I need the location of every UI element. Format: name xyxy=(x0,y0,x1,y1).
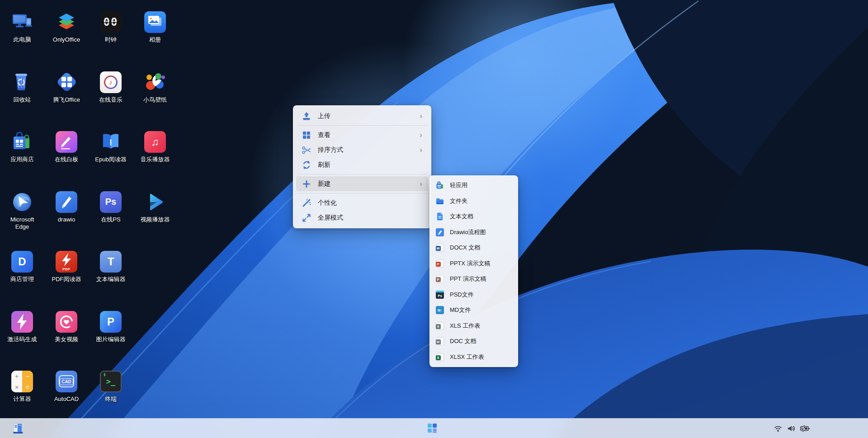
submenu-item-text-doc[interactable]: 文本文档 xyxy=(433,209,515,225)
desktop-icon-microsoft-edge[interactable]: Microsoft Edge xyxy=(0,187,44,247)
desktop-icon-app-store[interactable]: 应用商店 xyxy=(0,127,44,187)
online-ps-icon: Ps xyxy=(100,191,122,213)
calc-minus-glyph: − xyxy=(22,371,33,381)
submenu-item-xlsx[interactable]: X XLSX 工作表 xyxy=(433,349,515,365)
desktop-icon-label: 终端 xyxy=(105,396,117,403)
desktop-icon-video-player[interactable]: 视频播放器 xyxy=(133,187,177,247)
desktop-icon-beauty-video[interactable]: 美女视频 xyxy=(44,307,89,367)
submenu-item-light-app[interactable]: 轻应用 xyxy=(433,178,515,193)
desktop-icon-terminal[interactable]: $ >_ 终端 xyxy=(89,367,133,427)
menu-separator xyxy=(297,193,427,193)
activation-code-icon xyxy=(11,311,33,333)
terminal-dollar-glyph: $ xyxy=(104,373,106,377)
menu-item-label: 新建 xyxy=(318,180,420,188)
photos-icon xyxy=(144,11,166,33)
menu-item-label: 查看 xyxy=(318,131,420,139)
desktop-icon-label: OnlyOffice xyxy=(53,36,80,43)
desktop-icon-clock[interactable]: 00 时钟 xyxy=(89,7,133,67)
desktop-icon-tengfei-office[interactable]: 腾飞Office xyxy=(44,67,89,127)
chevron-right-icon: › xyxy=(420,180,422,188)
calculator-icon: + − × = xyxy=(11,371,33,392)
desktop-icon-label: 应用商店 xyxy=(10,156,34,163)
music-note-glyph: ♪ xyxy=(100,78,122,86)
menu-separator xyxy=(297,174,427,174)
desktop-icon-text-editor[interactable]: T 文本编辑器 xyxy=(89,247,133,307)
md-file-icon: M↓ xyxy=(435,306,444,315)
desktop-icon-label: 在线音乐 xyxy=(99,96,123,104)
menu-item-upload[interactable]: 上传 › xyxy=(296,108,428,123)
view-grid-icon xyxy=(302,130,311,140)
desktop-icon-label: 时钟 xyxy=(105,36,117,43)
menu-item-new[interactable]: 新建 › xyxy=(296,176,428,191)
submenu-item-pptx[interactable]: P PPTX 演示文稿 xyxy=(433,256,515,272)
start-icon xyxy=(12,423,24,434)
desktop-icon-image-editor[interactable]: P 图片编辑器 xyxy=(89,307,133,367)
pptx-glyph: P xyxy=(436,262,441,267)
wifi-icon[interactable] xyxy=(774,424,782,433)
pdf-reader-icon: PDF xyxy=(56,251,77,273)
menu-item-fullscreen[interactable]: 全屏模式 xyxy=(296,210,428,225)
desktop-icon-label: 文本编辑器 xyxy=(96,276,126,283)
desktop-icon-music-player[interactable]: ♫ 音乐播放器 xyxy=(133,127,177,187)
desktop-icon-online-ps[interactable]: Ps 在线PS xyxy=(89,187,133,247)
submenu-item-ppt[interactable]: P PPT 演示文稿 xyxy=(433,271,515,287)
upload-icon xyxy=(302,111,311,121)
desktop-icon-autocad[interactable]: CAD AutoCAD xyxy=(44,367,89,427)
desktop-icon-this-pc[interactable]: 此电脑 xyxy=(0,7,44,67)
music-player-note-glyph: ♫ xyxy=(151,136,159,148)
menu-item-view[interactable]: 查看 › xyxy=(296,127,428,142)
chevron-right-icon: › xyxy=(420,131,422,139)
desktop-icon-label: 美女视频 xyxy=(55,336,78,343)
ppt-glyph: P xyxy=(436,277,441,282)
desktop-icon-onlyoffice[interactable]: OnlyOffice xyxy=(44,7,89,67)
desktop-icon-calculator[interactable]: + − × = 计算器 xyxy=(0,367,44,427)
submenu-item-psd[interactable]: Ps PSD文件 xyxy=(433,287,515,303)
volume-icon[interactable] xyxy=(787,424,795,433)
desktop-icon-store-manager[interactable]: D 商店管理 xyxy=(0,247,44,307)
taskbar-apps-button[interactable] xyxy=(423,419,441,437)
submenu-item-doc[interactable]: W DOC 文档 xyxy=(433,334,515,349)
submenu-item-md[interactable]: M↓ MD文件 xyxy=(433,302,515,318)
submenu-item-label: PPT 演示文稿 xyxy=(450,275,486,283)
desktop-icon-epub-reader[interactable]: Epub阅读器 xyxy=(89,127,133,187)
desktop-icon-recycle-bin[interactable]: 回收站 xyxy=(0,67,44,127)
desktop-icon-grid: 此电脑 回收站 xyxy=(0,7,177,427)
docx-file-icon: W xyxy=(435,243,444,252)
menu-item-personalize[interactable]: 个性化 xyxy=(296,195,428,210)
menu-item-refresh[interactable]: 刷新 xyxy=(296,157,428,172)
submenu-item-label: Drawio流程图 xyxy=(450,228,486,236)
desktop-icon-online-whiteboard[interactable]: 在线白板 xyxy=(44,127,89,187)
desktop-icon-label: Epub阅读器 xyxy=(95,156,126,163)
submenu-item-label: PPTX 演示文稿 xyxy=(450,259,491,268)
menu-item-sort[interactable]: 排序方式 › xyxy=(296,142,428,157)
desktop-icon-online-music[interactable]: ♪ 在线音乐 xyxy=(89,67,133,127)
desktop-icon-label: 音乐播放器 xyxy=(141,156,170,163)
submenu-item-label: DOC 文档 xyxy=(450,337,476,345)
menu-item-label: 上传 xyxy=(318,112,420,120)
desktop-icon-label: 视频播放器 xyxy=(141,216,170,223)
submenu-item-label: XLSX 工作表 xyxy=(450,353,484,361)
chevron-right-icon: › xyxy=(420,146,422,154)
text-file-icon xyxy=(435,212,444,221)
desktop-icon-bird-wallpaper[interactable]: 小鸟壁纸 xyxy=(133,67,177,127)
music-player-icon: ♫ xyxy=(144,131,166,153)
desktop-icon-activation-code[interactable]: 激活码生成 xyxy=(0,307,44,367)
doc-glyph: W xyxy=(436,339,441,344)
submenu-item-xls[interactable]: X XLS 工作表 xyxy=(433,318,515,334)
desktop-icon-drawio[interactable]: drawio xyxy=(44,187,89,247)
pptx-file-icon: P xyxy=(435,259,444,268)
desktop-icon-label: 回收站 xyxy=(14,96,31,104)
desktop-icon-photos[interactable]: 相册 xyxy=(133,7,177,67)
desktop-icon-pdf-reader[interactable]: PDF PDF阅读器 xyxy=(44,247,89,307)
desktop-icon-label: 小鸟壁纸 xyxy=(143,96,167,104)
apps-grid-icon xyxy=(427,423,438,433)
submenu-item-docx[interactable]: W DOCX 文档 xyxy=(433,240,515,256)
refresh-icon xyxy=(302,160,311,170)
start-button[interactable] xyxy=(9,420,27,437)
autocad-icon: CAD xyxy=(56,371,77,392)
submenu-item-drawio[interactable]: Drawio流程图 xyxy=(433,225,515,240)
submenu-item-folder[interactable]: 文件夹 xyxy=(433,193,515,209)
desktop-icon-label: AutoCAD xyxy=(54,396,79,403)
beauty-video-icon xyxy=(56,311,77,333)
battery-charging-icon[interactable] xyxy=(800,424,810,433)
